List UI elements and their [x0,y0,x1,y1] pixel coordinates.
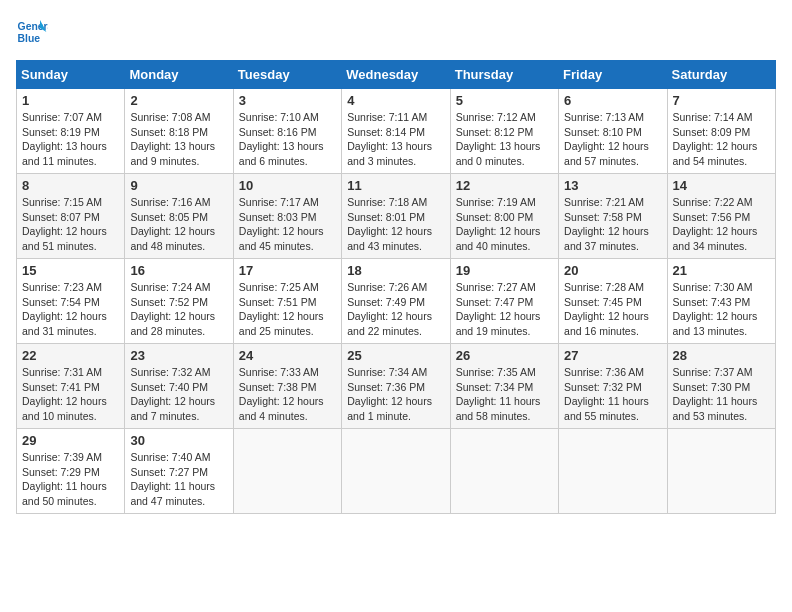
day-number: 2 [130,93,227,108]
day-number: 23 [130,348,227,363]
day-info: Sunrise: 7:37 AM Sunset: 7:30 PM Dayligh… [673,365,770,424]
calendar-cell: 28Sunrise: 7:37 AM Sunset: 7:30 PM Dayli… [667,344,775,429]
svg-text:Blue: Blue [18,33,41,44]
day-info: Sunrise: 7:21 AM Sunset: 7:58 PM Dayligh… [564,195,661,254]
day-number: 25 [347,348,444,363]
calendar-cell: 22Sunrise: 7:31 AM Sunset: 7:41 PM Dayli… [17,344,125,429]
day-number: 15 [22,263,119,278]
col-header-saturday: Saturday [667,61,775,89]
day-number: 10 [239,178,336,193]
calendar-cell: 3Sunrise: 7:10 AM Sunset: 8:16 PM Daylig… [233,89,341,174]
calendar-cell: 5Sunrise: 7:12 AM Sunset: 8:12 PM Daylig… [450,89,558,174]
day-number: 30 [130,433,227,448]
calendar-cell [667,429,775,514]
col-header-tuesday: Tuesday [233,61,341,89]
day-info: Sunrise: 7:14 AM Sunset: 8:09 PM Dayligh… [673,110,770,169]
calendar-cell: 23Sunrise: 7:32 AM Sunset: 7:40 PM Dayli… [125,344,233,429]
calendar-cell: 17Sunrise: 7:25 AM Sunset: 7:51 PM Dayli… [233,259,341,344]
calendar-cell: 12Sunrise: 7:19 AM Sunset: 8:00 PM Dayli… [450,174,558,259]
day-number: 19 [456,263,553,278]
day-number: 27 [564,348,661,363]
day-info: Sunrise: 7:39 AM Sunset: 7:29 PM Dayligh… [22,450,119,509]
day-number: 7 [673,93,770,108]
day-info: Sunrise: 7:34 AM Sunset: 7:36 PM Dayligh… [347,365,444,424]
day-info: Sunrise: 7:31 AM Sunset: 7:41 PM Dayligh… [22,365,119,424]
day-info: Sunrise: 7:24 AM Sunset: 7:52 PM Dayligh… [130,280,227,339]
calendar-cell: 8Sunrise: 7:15 AM Sunset: 8:07 PM Daylig… [17,174,125,259]
calendar-cell: 29Sunrise: 7:39 AM Sunset: 7:29 PM Dayli… [17,429,125,514]
day-info: Sunrise: 7:23 AM Sunset: 7:54 PM Dayligh… [22,280,119,339]
calendar-cell: 25Sunrise: 7:34 AM Sunset: 7:36 PM Dayli… [342,344,450,429]
day-number: 6 [564,93,661,108]
calendar-week-2: 8Sunrise: 7:15 AM Sunset: 8:07 PM Daylig… [17,174,776,259]
calendar-cell: 1Sunrise: 7:07 AM Sunset: 8:19 PM Daylig… [17,89,125,174]
col-header-wednesday: Wednesday [342,61,450,89]
calendar-cell: 24Sunrise: 7:33 AM Sunset: 7:38 PM Dayli… [233,344,341,429]
day-info: Sunrise: 7:16 AM Sunset: 8:05 PM Dayligh… [130,195,227,254]
page-header: General Blue [16,16,776,48]
day-info: Sunrise: 7:30 AM Sunset: 7:43 PM Dayligh… [673,280,770,339]
col-header-sunday: Sunday [17,61,125,89]
calendar-cell [559,429,667,514]
day-info: Sunrise: 7:27 AM Sunset: 7:47 PM Dayligh… [456,280,553,339]
calendar-cell: 16Sunrise: 7:24 AM Sunset: 7:52 PM Dayli… [125,259,233,344]
day-info: Sunrise: 7:26 AM Sunset: 7:49 PM Dayligh… [347,280,444,339]
calendar-week-5: 29Sunrise: 7:39 AM Sunset: 7:29 PM Dayli… [17,429,776,514]
day-info: Sunrise: 7:36 AM Sunset: 7:32 PM Dayligh… [564,365,661,424]
day-info: Sunrise: 7:40 AM Sunset: 7:27 PM Dayligh… [130,450,227,509]
calendar-cell: 15Sunrise: 7:23 AM Sunset: 7:54 PM Dayli… [17,259,125,344]
day-number: 16 [130,263,227,278]
calendar-cell [450,429,558,514]
calendar-cell: 7Sunrise: 7:14 AM Sunset: 8:09 PM Daylig… [667,89,775,174]
col-header-monday: Monday [125,61,233,89]
day-number: 29 [22,433,119,448]
calendar-cell: 30Sunrise: 7:40 AM Sunset: 7:27 PM Dayli… [125,429,233,514]
day-number: 21 [673,263,770,278]
day-number: 26 [456,348,553,363]
logo: General Blue [16,16,48,48]
day-info: Sunrise: 7:08 AM Sunset: 8:18 PM Dayligh… [130,110,227,169]
calendar-cell: 18Sunrise: 7:26 AM Sunset: 7:49 PM Dayli… [342,259,450,344]
day-info: Sunrise: 7:18 AM Sunset: 8:01 PM Dayligh… [347,195,444,254]
day-info: Sunrise: 7:13 AM Sunset: 8:10 PM Dayligh… [564,110,661,169]
day-number: 24 [239,348,336,363]
day-number: 1 [22,93,119,108]
calendar-cell: 26Sunrise: 7:35 AM Sunset: 7:34 PM Dayli… [450,344,558,429]
day-info: Sunrise: 7:12 AM Sunset: 8:12 PM Dayligh… [456,110,553,169]
calendar-week-4: 22Sunrise: 7:31 AM Sunset: 7:41 PM Dayli… [17,344,776,429]
calendar-cell: 14Sunrise: 7:22 AM Sunset: 7:56 PM Dayli… [667,174,775,259]
calendar-cell: 9Sunrise: 7:16 AM Sunset: 8:05 PM Daylig… [125,174,233,259]
day-info: Sunrise: 7:15 AM Sunset: 8:07 PM Dayligh… [22,195,119,254]
day-number: 22 [22,348,119,363]
calendar-table: SundayMondayTuesdayWednesdayThursdayFrid… [16,60,776,514]
calendar-header-row: SundayMondayTuesdayWednesdayThursdayFrid… [17,61,776,89]
day-info: Sunrise: 7:10 AM Sunset: 8:16 PM Dayligh… [239,110,336,169]
day-number: 11 [347,178,444,193]
day-info: Sunrise: 7:32 AM Sunset: 7:40 PM Dayligh… [130,365,227,424]
day-number: 4 [347,93,444,108]
day-info: Sunrise: 7:25 AM Sunset: 7:51 PM Dayligh… [239,280,336,339]
calendar-cell: 27Sunrise: 7:36 AM Sunset: 7:32 PM Dayli… [559,344,667,429]
calendar-cell: 4Sunrise: 7:11 AM Sunset: 8:14 PM Daylig… [342,89,450,174]
calendar-cell: 10Sunrise: 7:17 AM Sunset: 8:03 PM Dayli… [233,174,341,259]
calendar-cell: 11Sunrise: 7:18 AM Sunset: 8:01 PM Dayli… [342,174,450,259]
calendar-cell [233,429,341,514]
day-number: 18 [347,263,444,278]
day-number: 13 [564,178,661,193]
calendar-cell: 2Sunrise: 7:08 AM Sunset: 8:18 PM Daylig… [125,89,233,174]
calendar-cell: 20Sunrise: 7:28 AM Sunset: 7:45 PM Dayli… [559,259,667,344]
day-info: Sunrise: 7:17 AM Sunset: 8:03 PM Dayligh… [239,195,336,254]
day-number: 3 [239,93,336,108]
calendar-cell [342,429,450,514]
logo-icon: General Blue [16,16,48,48]
calendar-week-3: 15Sunrise: 7:23 AM Sunset: 7:54 PM Dayli… [17,259,776,344]
col-header-friday: Friday [559,61,667,89]
day-number: 12 [456,178,553,193]
day-number: 8 [22,178,119,193]
day-info: Sunrise: 7:33 AM Sunset: 7:38 PM Dayligh… [239,365,336,424]
calendar-week-1: 1Sunrise: 7:07 AM Sunset: 8:19 PM Daylig… [17,89,776,174]
day-info: Sunrise: 7:19 AM Sunset: 8:00 PM Dayligh… [456,195,553,254]
day-number: 9 [130,178,227,193]
calendar-cell: 19Sunrise: 7:27 AM Sunset: 7:47 PM Dayli… [450,259,558,344]
day-number: 28 [673,348,770,363]
